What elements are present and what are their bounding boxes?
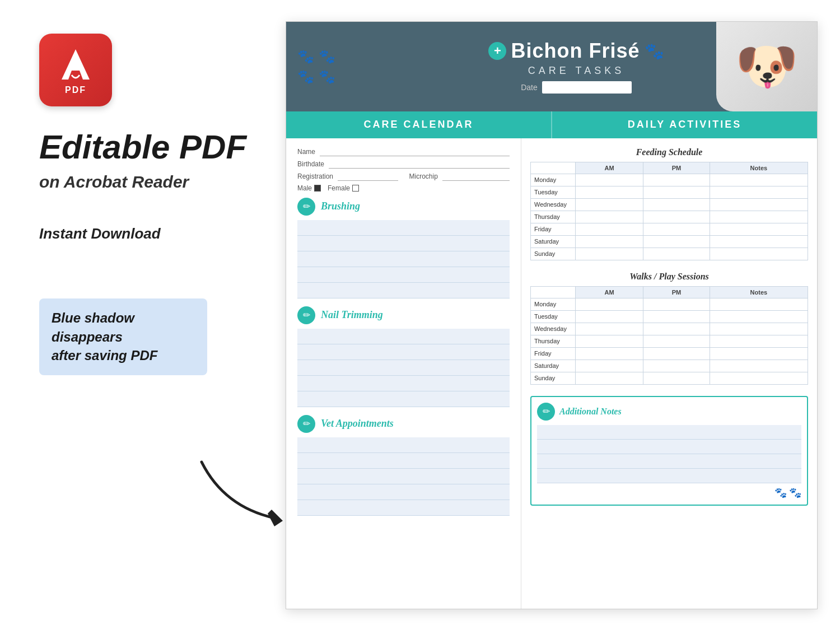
- instant-download: Instant Download: [39, 225, 161, 242]
- table-row: Thursday: [531, 335, 808, 347]
- vet-section: ✏ Vet Appointments: [297, 415, 510, 516]
- walks-section: Walks / Play Sessions AM PM Notes: [530, 272, 808, 385]
- paw-deco-2: 🐾: [789, 487, 801, 499]
- day-cell: Saturday: [531, 235, 576, 248]
- day-cell: Sunday: [531, 248, 576, 260]
- doc-panel: 🐾 🐾 🐾 🐾 + Bichon Frisé 🐾 CARE TASKS Date: [286, 21, 818, 609]
- doc-header: 🐾 🐾 🐾 🐾 + Bichon Frisé 🐾 CARE TASKS Date: [286, 22, 817, 111]
- walks-table: AM PM Notes MondayTuesdayWednesdayThursd…: [530, 286, 808, 385]
- nail-trimming-title: Nail Trimming: [321, 309, 383, 321]
- dog-paw-emoji: 🐾: [645, 42, 664, 60]
- microchip-label: Microchip: [409, 172, 438, 180]
- name-field: Name: [297, 147, 510, 156]
- subtitle: on Acrobat Reader: [39, 172, 189, 192]
- date-input[interactable]: [542, 81, 632, 94]
- table-row: Sunday: [531, 248, 808, 260]
- table-row: Tuesday: [531, 186, 808, 198]
- notes-lines: [537, 425, 801, 483]
- table-row: Thursday: [531, 211, 808, 223]
- reg-micro-row: Registration Microchip: [297, 172, 510, 184]
- vet-line-5: [297, 500, 510, 516]
- female-checkbox[interactable]: [352, 185, 359, 192]
- notes-title: Additional Notes: [559, 407, 622, 417]
- day-cell: Thursday: [531, 335, 576, 347]
- nail-lines: [297, 329, 510, 407]
- paw-icons-left: 🐾 🐾 🐾 🐾: [297, 49, 335, 85]
- registration-field: Registration: [297, 172, 398, 181]
- care-tasks-subtitle: CARE TASKS: [528, 65, 624, 77]
- microchip-field: Microchip: [409, 172, 510, 181]
- table-row: Monday: [531, 298, 808, 310]
- walks-col-day: [531, 286, 576, 298]
- day-cell: Sunday: [531, 372, 576, 384]
- registration-label: Registration: [297, 172, 333, 180]
- day-cell: Wednesday: [531, 198, 576, 211]
- male-checkbox[interactable]: [314, 185, 321, 192]
- male-label: Male: [297, 184, 312, 192]
- paw-icon-2: 🐾: [319, 49, 335, 64]
- nail-trimming-header: ✏ Nail Trimming: [297, 306, 510, 324]
- brushing-line-2: [297, 236, 510, 251]
- shadow-note-line2: after saving PDF: [52, 348, 157, 363]
- date-field: Date: [521, 81, 632, 94]
- walks-col-am: AM: [576, 286, 643, 298]
- day-cell: Saturday: [531, 360, 576, 372]
- additional-notes-section: ✏ Additional Notes 🐾 🐾: [530, 396, 808, 506]
- brushing-edit-icon: ✏: [297, 198, 315, 216]
- female-label: Female: [328, 184, 350, 192]
- brushing-lines: [297, 220, 510, 298]
- notes-line-1: [537, 425, 801, 440]
- day-cell: Wednesday: [531, 323, 576, 335]
- notes-edit-icon: ✏: [537, 403, 555, 421]
- table-row: Sunday: [531, 372, 808, 384]
- date-label: Date: [521, 83, 538, 92]
- birthdate-label: Birthdate: [297, 160, 324, 168]
- vet-edit-icon: ✏: [297, 415, 315, 433]
- vet-line-2: [297, 453, 510, 469]
- shadow-note-box: Blue shadow disappears after saving PDF: [39, 298, 207, 375]
- vet-line-3: [297, 469, 510, 484]
- name-label: Name: [297, 148, 315, 156]
- brushing-line-5: [297, 283, 510, 298]
- daily-activities: Feeding Schedule AM PM Notes Mon: [521, 138, 817, 609]
- paw-decorations: 🐾 🐾: [537, 487, 801, 499]
- brushing-header: ✏ Brushing: [297, 198, 510, 216]
- nail-line-1: [297, 329, 510, 344]
- brushing-title: Brushing: [321, 200, 360, 212]
- nail-line-4: [297, 376, 510, 391]
- feeding-col-notes: Notes: [710, 162, 808, 174]
- section-bar: CARE CALENDAR DAILY ACTIVITIES: [286, 111, 817, 138]
- day-cell: Tuesday: [531, 310, 576, 323]
- brushing-line-3: [297, 251, 510, 267]
- birthdate-field: Birthdate: [297, 160, 510, 169]
- feeding-title: Feeding Schedule: [530, 147, 808, 157]
- plus-icon: +: [488, 42, 506, 60]
- notes-line-2: [537, 440, 801, 454]
- brushing-line-4: [297, 267, 510, 283]
- doc-title-line: + Bichon Frisé 🐾: [488, 39, 664, 63]
- nail-line-2: [297, 344, 510, 360]
- feeding-table: AM PM Notes MondayTuesdayWednesdayThursd…: [530, 162, 808, 260]
- doc-body: Name Birthdate Registration Microchip: [286, 138, 817, 609]
- table-row: Wednesday: [531, 198, 808, 211]
- walks-col-notes: Notes: [710, 286, 808, 298]
- paw-icon-4: 🐾: [319, 69, 335, 85]
- vet-line-1: [297, 437, 510, 453]
- paw-icon-3: 🐾: [297, 69, 314, 85]
- day-cell: Friday: [531, 223, 576, 235]
- nail-trimming-section: ✏ Nail Trimming: [297, 306, 510, 407]
- day-cell: Monday: [531, 298, 576, 310]
- table-row: Saturday: [531, 360, 808, 372]
- feeding-col-day: [531, 162, 576, 174]
- vet-header: ✏ Vet Appointments: [297, 415, 510, 433]
- table-row: Monday: [531, 174, 808, 186]
- notes-line-3: [537, 454, 801, 469]
- day-cell: Tuesday: [531, 186, 576, 198]
- day-cell: Thursday: [531, 211, 576, 223]
- care-calendar: Name Birthdate Registration Microchip: [286, 138, 521, 609]
- table-row: Friday: [531, 223, 808, 235]
- brushing-line-1: [297, 220, 510, 236]
- feeding-col-am: AM: [576, 162, 643, 174]
- table-row: Tuesday: [531, 310, 808, 323]
- paw-icon-1: 🐾: [297, 49, 314, 64]
